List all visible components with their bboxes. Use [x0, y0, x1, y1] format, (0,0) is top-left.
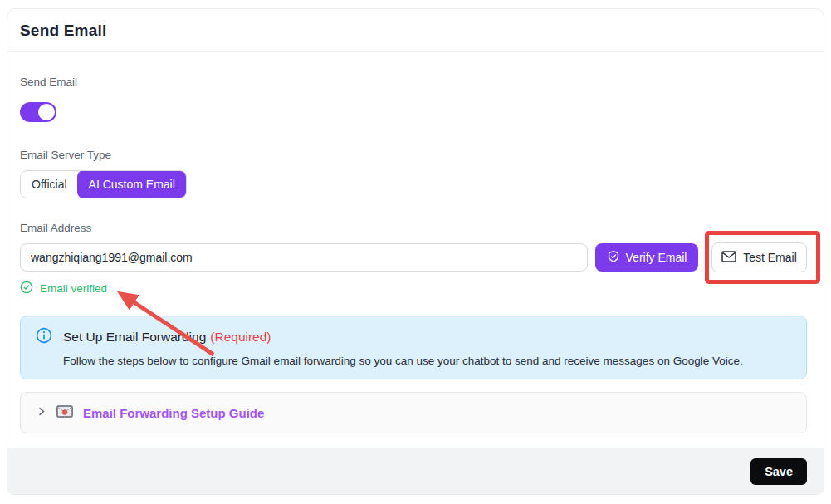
email-verified-text: Email verified [40, 282, 107, 295]
toggle-knob [38, 104, 55, 120]
email-address-row: Verify Email Test Email [20, 243, 807, 272]
email-forwarding-alert: Set Up Email Forwarding(Required) Follow… [20, 316, 807, 379]
email-server-type-label: Email Server Type [20, 149, 807, 162]
email-verified-status: Email verified [20, 281, 807, 296]
test-email-button-label: Test Email [743, 251, 797, 264]
chevron-right-icon [37, 405, 46, 420]
page-title: Send Email [20, 22, 106, 40]
alert-title: Set Up Email Forwarding(Required) [63, 330, 271, 345]
verify-email-button-label: Verify Email [626, 251, 687, 264]
alert-title-text: Set Up Email Forwarding [63, 330, 206, 344]
envelope-emoji-icon [56, 405, 73, 421]
save-button[interactable]: Save [750, 458, 807, 485]
server-type-official-button[interactable]: Official [21, 171, 78, 198]
setup-guide-accordion[interactable]: Email Forwarding Setup Guide [20, 392, 807, 433]
verify-email-button[interactable]: Verify Email [595, 243, 698, 272]
email-address-input[interactable] [20, 243, 588, 272]
card-header: Send Email [7, 9, 824, 52]
email-address-label: Email Address [20, 222, 807, 235]
server-type-ai-custom-email-button[interactable]: AI Custom Email [77, 170, 187, 198]
card-body: Send Email Email Server Type Official AI… [7, 76, 824, 433]
card-footer: Save [7, 448, 824, 494]
setup-guide-label: Email Forwarding Setup Guide [83, 406, 264, 420]
info-circle-icon [36, 327, 52, 347]
shield-check-icon [607, 250, 620, 266]
send-email-card: Send Email Send Email Email Server Type … [7, 8, 824, 495]
send-email-label: Send Email [20, 76, 807, 89]
email-server-type-segmented: Official AI Custom Email [20, 170, 187, 198]
alert-required-tag: (Required) [210, 330, 271, 344]
test-email-button[interactable]: Test Email [711, 242, 807, 272]
alert-description: Follow the steps below to configure Gmai… [63, 354, 793, 368]
send-email-settings-page: Send Email Send Email Email Server Type … [0, 0, 831, 504]
send-email-toggle[interactable] [20, 102, 56, 122]
alert-header: Set Up Email Forwarding(Required) [36, 327, 793, 347]
mail-icon [721, 251, 736, 265]
check-circle-icon [20, 281, 33, 296]
test-email-highlight-annotation: Test Email [705, 231, 820, 284]
